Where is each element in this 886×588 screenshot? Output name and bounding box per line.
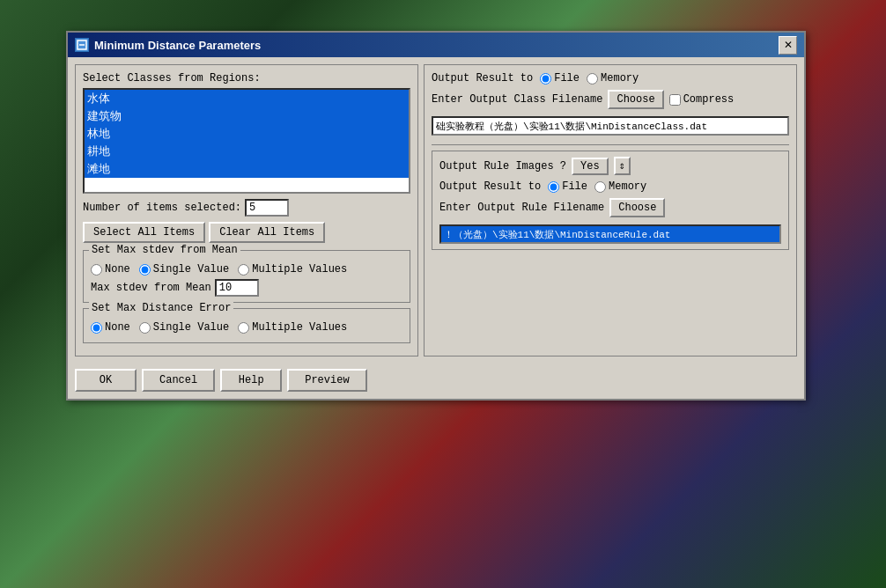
clear-all-button[interactable]: Clear All Items (209, 222, 325, 243)
rule-memory-radio-label[interactable]: Memory (594, 180, 646, 193)
list-item[interactable]: 建筑物 (85, 107, 409, 125)
yes-button[interactable]: Yes (572, 158, 609, 175)
classes-listbox[interactable]: 水体 建筑物 林地 耕地 滩地 (83, 88, 410, 194)
left-panel: Select Classes from Regions: 水体 建筑物 林地 耕… (75, 64, 418, 356)
memory-radio[interactable] (587, 73, 598, 85)
memory-radio-label[interactable]: Memory (587, 72, 639, 85)
rule-filename-label: Enter Output Rule Filename (439, 202, 604, 214)
compress-label[interactable]: Compress (669, 93, 735, 106)
preview-button[interactable]: Preview (287, 369, 366, 392)
bottom-bar: OK Cancel Help Preview (68, 364, 804, 399)
ok-button[interactable]: OK (75, 369, 137, 392)
dist-none-radio[interactable] (91, 322, 102, 334)
rule-memory-radio[interactable] (594, 181, 606, 193)
dist-single-label[interactable]: Single Value (139, 321, 229, 334)
stdev-radio-row: None Single Value Multiple Values (91, 263, 402, 276)
class-filename-input[interactable] (432, 116, 789, 136)
compress-checkbox[interactable] (669, 94, 681, 106)
choose-class-button[interactable]: Choose (608, 90, 663, 109)
file-radio[interactable] (540, 73, 551, 85)
dist-single-radio[interactable] (139, 322, 151, 334)
separator (432, 144, 789, 145)
items-count-label: Number of items selected: (83, 202, 241, 214)
classes-section-label: Select Classes from Regions: (83, 72, 410, 85)
rule-filename-input[interactable] (439, 224, 781, 244)
help-button[interactable]: Help (220, 369, 282, 392)
stdev-section-title: Set Max stdev from Mean (89, 244, 240, 256)
stdev-single-label[interactable]: Single Value (139, 263, 229, 276)
title-bar: Minimum Distance Parameters ✕ (68, 33, 804, 57)
dist-none-label[interactable]: None (91, 321, 130, 334)
dialog-body: Select Classes from Regions: 水体 建筑物 林地 耕… (68, 57, 804, 364)
select-all-button[interactable]: Select All Items (83, 222, 205, 243)
class-filename-label: Enter Output Class Filename (432, 93, 602, 106)
distance-radio-row: None Single Value Multiple Values (91, 321, 402, 334)
rule-output-result-row: Output Result to File Memory (439, 180, 781, 193)
right-panel: Output Result to File Memory Enter Outpu… (424, 64, 797, 356)
rule-filename-input-row (439, 224, 781, 244)
items-count-input[interactable] (245, 199, 289, 217)
class-filename-row: Enter Output Class Filename Choose Compr… (432, 90, 789, 109)
stdev-value-input[interactable] (215, 279, 259, 297)
stdev-none-label[interactable]: None (91, 263, 130, 276)
stdev-multiple-label[interactable]: Multiple Values (238, 263, 347, 276)
distance-section: Set Max Distance Error None Single Value… (83, 308, 410, 343)
list-item[interactable]: 耕地 (85, 143, 409, 160)
list-item[interactable]: 滩地 (85, 160, 409, 178)
rule-output-label: Output Result to (439, 180, 541, 193)
rule-file-radio-label[interactable]: File (548, 180, 587, 193)
selection-buttons-row: Select All Items Clear All Items (83, 222, 410, 243)
distance-section-title: Set Max Distance Error (89, 302, 233, 314)
dist-multiple-radio[interactable] (238, 322, 249, 334)
dist-multiple-label[interactable]: Multiple Values (238, 321, 347, 334)
rule-images-label: Output Rule Images ? (439, 160, 566, 173)
choose-rule-button[interactable]: Choose (609, 198, 665, 217)
class-filename-input-row (432, 116, 789, 136)
stdev-none-radio[interactable] (91, 264, 102, 276)
output-result-label: Output Result to (432, 72, 533, 85)
cancel-button[interactable]: Cancel (142, 369, 215, 392)
file-radio-label[interactable]: File (540, 72, 580, 85)
list-item[interactable]: 水体 (85, 90, 409, 107)
dialog-icon (75, 38, 89, 52)
stdev-value-label: Max stdev from Mean (91, 282, 211, 294)
title-bar-left: Minimum Distance Parameters (75, 38, 261, 52)
rule-filename-row: Enter Output Rule Filename Choose (439, 198, 781, 217)
list-item[interactable]: 林地 (85, 125, 409, 143)
dialog-title: Minimum Distance Parameters (94, 39, 261, 52)
stdev-section: Set Max stdev from Mean None Single Valu… (83, 250, 410, 303)
close-button[interactable]: ✕ (779, 36, 797, 55)
stdev-single-radio[interactable] (139, 264, 151, 276)
dialog-window: Minimum Distance Parameters ✕ Select Cla… (66, 31, 806, 401)
stdev-multiple-radio[interactable] (238, 264, 249, 276)
rule-header: Output Rule Images ? Yes ⇕ (439, 157, 781, 175)
stdev-value-row: Max stdev from Mean (91, 279, 402, 297)
items-count-row: Number of items selected: (83, 199, 410, 217)
output-result-row: Output Result to File Memory (432, 72, 789, 85)
rule-images-section: Output Rule Images ? Yes ⇕ Output Result… (432, 151, 789, 250)
rule-file-radio[interactable] (548, 181, 559, 193)
sort-button[interactable]: ⇕ (614, 157, 631, 175)
